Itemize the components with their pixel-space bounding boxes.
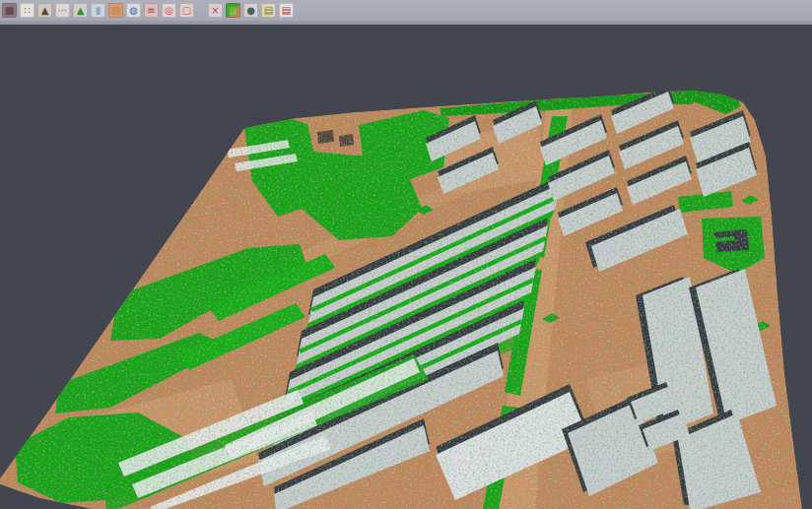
terrain-model: [0, 0, 812, 509]
app-window: { "toolbar": { "items": [ {"name":"mosai…: [0, 0, 812, 509]
pointcloud-speckle-dark: [0, 0, 812, 509]
viewport-3d[interactable]: [0, 25, 812, 509]
